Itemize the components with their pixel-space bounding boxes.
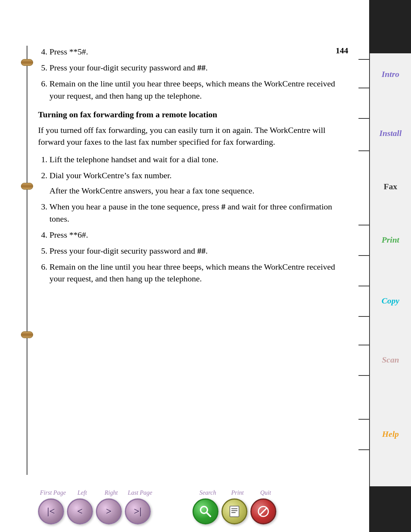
print-label: Print <box>223 489 252 496</box>
list-item: Press your four-digit security password … <box>49 62 350 74</box>
tab-fax-label: Fax <box>384 182 397 192</box>
book-spine-line <box>27 46 27 475</box>
last-page-label: Last Page <box>126 489 155 496</box>
tab-scan-label: Scan <box>382 355 399 365</box>
bracket-line-copy-bottom <box>358 316 370 317</box>
bracket-line-intro-top <box>358 59 370 60</box>
section-heading: Turning on fax forwarding from a remote … <box>38 110 350 120</box>
quit-button[interactable] <box>250 498 276 524</box>
nav-icons-row: |< < > >| <box>38 498 151 524</box>
tab-intro[interactable]: Intro <box>370 59 411 89</box>
navigation-bar: First Page Left Right Last Page |< < > >… <box>38 482 350 524</box>
tab-intro-label: Intro <box>382 69 399 79</box>
right-button[interactable]: > <box>96 498 122 524</box>
tab-copy-label: Copy <box>382 296 399 306</box>
list-item: Remain on the line until you hear three … <box>49 78 350 102</box>
list-item: Remain on the line until you hear three … <box>49 261 350 285</box>
binder-ring-1 <box>21 59 33 66</box>
bracket-line-help-top <box>358 419 370 420</box>
bracket-line-install-top <box>358 118 370 119</box>
bracket-line-copy-top <box>358 286 370 286</box>
bracket-line-help-bottom <box>358 449 370 450</box>
sidebar-bottom-block <box>369 486 411 532</box>
tab-print[interactable]: Print <box>370 225 411 255</box>
right-nav-group: Search Print Quit <box>193 489 279 524</box>
svg-rect-2 <box>230 506 239 517</box>
print-icon <box>228 505 241 518</box>
quit-label: Quit <box>252 489 279 496</box>
search-icon <box>199 505 212 518</box>
last-page-button[interactable]: >| <box>125 498 151 524</box>
first-list: Press **5#. Press your four-digit securi… <box>49 46 350 102</box>
search-label: Search <box>193 489 223 496</box>
print-button[interactable] <box>221 498 247 524</box>
nav-labels: First Page Left Right Last Page <box>38 489 155 496</box>
binder-ring-2 <box>21 183 33 190</box>
bracket-line-scan-bottom <box>358 375 370 376</box>
bracket-line-intro-bottom <box>358 88 370 88</box>
bracket-line-install-bottom <box>358 150 370 151</box>
sidebar: Intro Install Fax Print Copy Scan Help <box>369 0 411 532</box>
left-button[interactable]: < <box>67 498 93 524</box>
main-content: Press **5#. Press your four-digit securi… <box>38 46 350 471</box>
left-label: Left <box>68 489 97 496</box>
bracket-line-scan-top <box>358 345 370 345</box>
tab-fax[interactable]: Fax <box>370 175 411 198</box>
tab-print-label: Print <box>382 235 399 245</box>
tab-install-label: Install <box>379 128 402 138</box>
right-label: Right <box>97 489 126 496</box>
binder-ring-3 <box>21 331 33 338</box>
tab-install[interactable]: Install <box>370 118 411 149</box>
second-list: Lift the telephone handset and wait for … <box>49 153 350 285</box>
search-button[interactable] <box>193 498 218 524</box>
section-paragraph: If you turned off fax forwarding, you ca… <box>38 124 350 149</box>
quit-icon <box>256 505 270 518</box>
bracket-line-print-bottom <box>358 255 370 256</box>
tab-scan[interactable]: Scan <box>370 345 411 375</box>
right-nav-icons-row <box>193 498 276 524</box>
tab-help[interactable]: Help <box>370 419 411 449</box>
tab-copy[interactable]: Copy <box>370 286 411 316</box>
sidebar-top-block <box>369 0 411 53</box>
list-item: Dial your WorkCentre’s fax number. After… <box>49 169 350 197</box>
tab-help-label: Help <box>382 429 399 439</box>
first-page-button[interactable]: |< <box>38 498 64 524</box>
svg-line-1 <box>207 513 210 516</box>
list-item: Lift the telephone handset and wait for … <box>49 153 350 166</box>
left-nav-group: First Page Left Right Last Page |< < > >… <box>38 489 155 524</box>
list-item: When you hear a pause in the tone sequen… <box>49 201 350 225</box>
bracket-line-print-top <box>358 225 370 225</box>
list-item: Press **5#. <box>49 46 350 58</box>
list-item: Press **6#. <box>49 229 350 241</box>
first-page-label: First Page <box>38 489 68 496</box>
list-item-note: After the WorkCentre answers, you hear a… <box>49 185 350 197</box>
svg-line-7 <box>260 508 266 514</box>
right-nav-labels: Search Print Quit <box>193 489 279 496</box>
list-item: Press your four-digit security password … <box>49 245 350 257</box>
